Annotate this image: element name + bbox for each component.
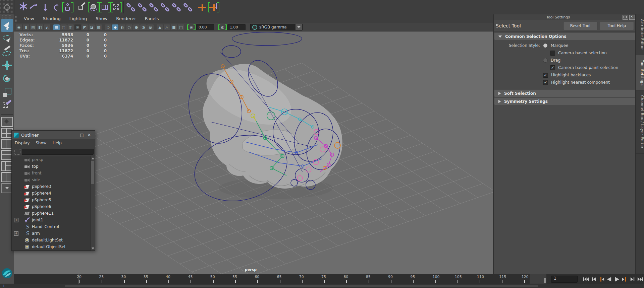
grease-pencil[interactable]: ◭ [44,24,50,30]
time-slider-track[interactable]: 20 25 30 35 40 [78,274,546,284]
outliner-search-input[interactable] [22,149,94,155]
maximize-button[interactable]: □ [78,133,86,137]
time-slider-end-handle[interactable] [544,278,546,283]
two-d-pan-zoom[interactable]: ◧ [37,24,43,30]
tool-settings-titlebar[interactable]: Tool Settings [494,14,636,20]
section-symmetry-settings[interactable]: Symmetry Settings [494,98,635,105]
motion-blur[interactable]: ◒ [147,24,154,30]
dock-tab[interactable]: Tool Settings [636,55,644,90]
outliner-item[interactable]: joint1 [12,217,95,223]
outliner-item[interactable]: defaultLightSet [12,237,95,243]
shelf-options-gear-icon[interactable] [4,5,10,10]
point-constraint[interactable] [137,1,148,13]
panel-menu[interactable]: Shading [39,16,65,21]
scale-constraint[interactable] [159,1,171,13]
exposure-field[interactable]: 0.00 [196,24,214,30]
panel-menu[interactable]: View [19,16,39,21]
dock-tab[interactable]: Channel Box / Layer Editor [636,90,644,154]
wireframe[interactable]: ◇ [105,24,111,30]
camera-paint-selection-checkbox[interactable] [550,65,555,70]
dock-tab[interactable]: Attribute Editor [636,14,644,55]
outliner-item[interactable]: persp [12,156,95,163]
go-to-start-button[interactable] [582,275,590,283]
lattice-deformer[interactable] [99,1,111,13]
isolate-select[interactable]: ■ [171,24,177,30]
rotate-tool[interactable] [1,73,13,85]
outliner-item[interactable]: top [12,163,95,170]
current-frame-field[interactable]: 1 [551,276,578,283]
range-slider[interactable]: 1 [0,284,644,288]
field-chart[interactable]: ◩ [82,24,88,30]
outliner-scrollbar[interactable] [90,156,95,250]
image-plane[interactable]: ▤ [30,24,36,30]
outliner-item[interactable]: pSphere3 [12,183,95,190]
expand-toggle-icon[interactable] [14,231,18,236]
highlight-nearest-checkbox[interactable] [543,80,548,85]
aim-constraint[interactable] [171,1,182,13]
step-back-key-button[interactable] [598,275,605,283]
panel-camera[interactable]: ◉ [16,24,22,30]
outliner-item[interactable]: front [12,170,95,176]
panel-menu[interactable]: Lighting [65,16,92,21]
paint-skin-weights[interactable] [75,1,88,13]
go-to-end-button[interactable] [636,275,644,283]
outliner-item[interactable]: pSphere5 [12,197,95,203]
range-slider-bar[interactable] [65,285,538,287]
section-common-selection-options[interactable]: Common Selection Options [494,33,635,40]
xray[interactable]: □ [178,24,184,30]
safe-action[interactable]: ◪ [89,24,95,30]
select-tool[interactable] [1,19,13,32]
custom-tool[interactable] [1,99,13,112]
outliner-menu[interactable]: Display [12,141,33,145]
scroll-up-icon[interactable] [91,156,95,160]
minimize-button[interactable]: — [71,133,78,137]
outliner-menu[interactable]: Help [50,141,65,145]
marquee-radio[interactable] [543,43,548,48]
exposure-icon[interactable]: ◉ [188,24,195,30]
outliner-item[interactable]: side [12,176,95,183]
play-backwards-button[interactable] [605,275,613,283]
safe-title[interactable]: ▩ [96,24,102,30]
multisample-aa[interactable]: ▲ [157,24,163,30]
filter-icon[interactable] [14,149,20,155]
diamond-icon[interactable] [1,117,13,127]
outliner-item[interactable]: pSphere4 [12,190,95,197]
close-button[interactable]: ✕ [86,133,93,137]
scale-tool[interactable] [1,86,13,99]
tool-help-button[interactable]: Tool Help [600,22,634,30]
film-gate[interactable]: ▢ [60,24,67,30]
pin-chain-tool[interactable] [208,1,219,13]
outliner-item[interactable]: Hand_Control [12,223,95,230]
insert-joint-tool[interactable] [39,1,51,13]
resolution-gate[interactable]: ◫ [67,24,74,30]
bookmark[interactable]: ▮ [23,24,29,30]
textured[interactable]: ◐ [119,24,125,30]
pin-tool[interactable] [195,1,208,13]
depth-of-field[interactable]: △ [164,24,170,30]
mirror-joint[interactable] [51,1,62,13]
orient-constraint[interactable] [148,1,159,13]
menubar-grip[interactable] [15,16,18,22]
paint-select-tool[interactable] [1,46,13,59]
reset-tool-button[interactable]: Reset Tool [563,22,597,30]
drag-radio[interactable] [543,58,548,63]
panel-menu[interactable]: Renderer [112,16,140,21]
use-default-material[interactable]: ○ [126,24,132,30]
joint-tool[interactable] [16,1,28,13]
outliner-item[interactable]: pSphere11 [12,210,95,217]
ik-handle-tool[interactable] [28,1,39,13]
shadows[interactable]: ● [133,24,140,30]
gamma-icon[interactable]: ◐ [219,24,226,30]
camera-based-selection-checkbox[interactable] [550,51,555,56]
float-panel-icon[interactable] [623,15,628,20]
dropdown-arrow-icon[interactable] [296,24,302,30]
scroll-down-icon[interactable] [91,246,95,250]
cluster-deformer[interactable] [111,1,122,13]
scrollbar-thumb[interactable] [91,161,94,184]
toolbox-grip[interactable] [2,15,12,18]
outliner-menu[interactable]: Show [33,141,49,145]
lasso-select-tool[interactable] [1,32,13,45]
shelf-tab-corner[interactable] [0,0,14,14]
humanik-character[interactable] [62,1,73,13]
outliner-item[interactable]: pSphere6 [12,203,95,210]
